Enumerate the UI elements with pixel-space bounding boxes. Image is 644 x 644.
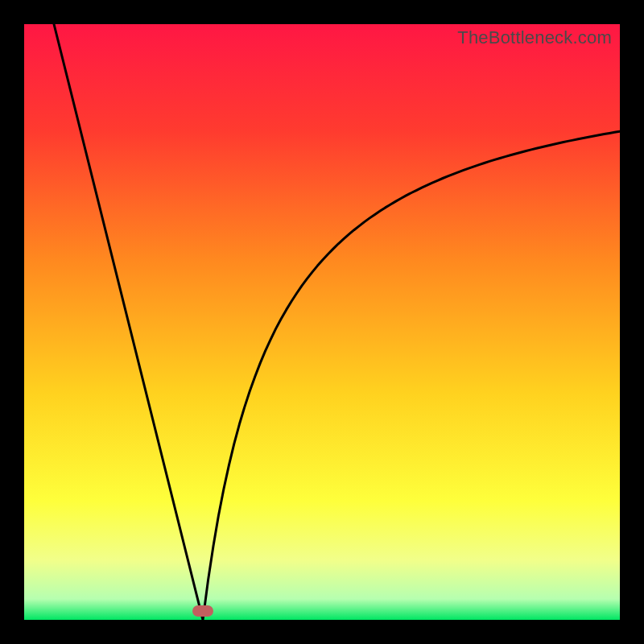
- chart-frame: TheBottleneck.com: [24, 24, 620, 620]
- optimum-marker: [192, 605, 213, 617]
- watermark-text: TheBottleneck.com: [457, 27, 612, 48]
- bottleneck-curve: [24, 24, 620, 620]
